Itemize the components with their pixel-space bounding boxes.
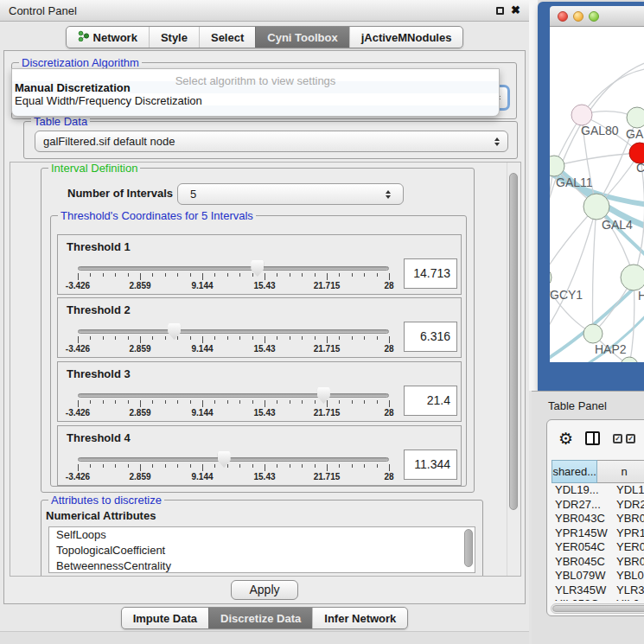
tab-style[interactable]: Style [149, 27, 199, 48]
apply-button[interactable]: Apply [231, 580, 298, 600]
column-header-shared-name[interactable]: shared... [552, 460, 597, 483]
slider-track[interactable] [78, 329, 389, 334]
checkbox-icon[interactable]: ✓ [626, 434, 635, 443]
tab-network[interactable]: Network [67, 27, 149, 48]
table-horizontal-scrollbar[interactable] [551, 603, 644, 614]
split-columns-icon[interactable] [585, 431, 600, 445]
network-icon [78, 30, 89, 44]
thresholds-group: Threshold's Coordinates for 5 Intervals … [50, 215, 467, 487]
tab-label: Select [211, 31, 244, 44]
tab-infer-network[interactable]: Infer Network [312, 608, 407, 628]
attributes-group: Attributes to discretize Numerical Attri… [41, 500, 483, 577]
float-window-icon[interactable] [496, 7, 504, 15]
close-traffic-light-icon[interactable] [558, 11, 568, 22]
table-header: shared... n [552, 460, 644, 483]
table-scrollbar-thumb[interactable] [552, 605, 644, 612]
viewport-scrollbar-thumb[interactable] [509, 173, 518, 510]
gear-icon[interactable]: ⚙ [558, 429, 573, 449]
network-node-h[interactable] [621, 265, 644, 290]
slider-track[interactable] [78, 457, 389, 462]
tab-impute-data[interactable]: Impute Data [122, 608, 208, 628]
numerical-attributes-list[interactable]: SelfLoopsTopologicalCoefficientBetweenne… [48, 526, 475, 573]
network-node[interactable] [621, 357, 638, 362]
threshold-value-field[interactable]: 21.4 [404, 386, 457, 416]
network-view-window: GAL80GACGAL11GAL4GCY1HHAP2 [538, 2, 644, 391]
cell-shared-name: YER054C [552, 540, 615, 555]
table-row[interactable]: YBR043CYBR0 [552, 512, 644, 526]
interval-definition-group: Interval Definition Number of Intervals … [41, 168, 475, 493]
cell-shared-name: YDL19... [552, 483, 615, 498]
cell-shared-name: YDR27... [552, 498, 615, 513]
cell-shared-name: YLR345W [552, 583, 615, 598]
tab-jactivemnodules[interactable]: jActiveMNodules [349, 27, 463, 48]
table-row[interactable]: YLR345WYLR3 [552, 583, 644, 598]
cell-shared-name: YBL079W [552, 569, 615, 583]
attribute-item-selfloops[interactable]: SelfLoops [49, 527, 475, 543]
threshold-value-field[interactable]: 6.316 [404, 322, 457, 352]
cell-name: YBR0 [615, 512, 644, 526]
control-panel-title: Control Panel [9, 4, 77, 17]
zoom-traffic-light-icon[interactable] [589, 11, 599, 22]
tab-cyni-toolbox[interactable]: Cyni Toolbox [255, 27, 348, 48]
network-node-hap2[interactable] [583, 324, 603, 343]
table-row[interactable]: YDR27...YDR2 [552, 498, 644, 513]
settings-scroll-viewport: Interval Definition Number of Intervals … [10, 162, 521, 577]
table-data-value: galFiltered.sif default node [43, 135, 175, 148]
group-title: Table Data [31, 115, 90, 128]
dropdown-prompt: Select algorithm to view settings [12, 69, 499, 81]
tab-label: Network [93, 31, 137, 44]
network-edge[interactable] [550, 277, 593, 334]
network-node-ga[interactable] [627, 107, 644, 128]
node-label-gal11: GAL11 [556, 175, 593, 189]
dropdown-option-equal-width-frequency-discretization[interactable]: Equal Width/Frequency Discretization [12, 94, 499, 107]
network-edge[interactable] [593, 207, 597, 334]
table-data-combobox[interactable]: galFiltered.sif default node [35, 131, 508, 152]
checkbox-icon[interactable]: ✓ [613, 434, 622, 443]
tab-select[interactable]: Select [199, 27, 255, 48]
group-title: Interval Definition [48, 162, 140, 175]
threshold-value-field[interactable]: 11.344 [404, 450, 457, 480]
cell-name: YIL0 [615, 597, 640, 601]
network-node-gcy1[interactable] [550, 267, 552, 288]
threshold-value-field[interactable]: 14.713 [404, 258, 457, 289]
network-edge[interactable] [554, 153, 640, 166]
table-row[interactable]: YER054CYER0 [552, 540, 644, 555]
network-node-gal4[interactable] [583, 194, 609, 220]
algorithm-dropdown-popup: Select algorithm to view settings Manual… [11, 68, 500, 117]
group-title: Threshold's Coordinates for 5 Intervals [58, 209, 256, 222]
slider-ticks [78, 273, 389, 281]
cell-shared-name: YPR145W [552, 526, 615, 541]
node-label-ga: GA [626, 127, 644, 141]
network-node-gal80[interactable] [571, 105, 592, 125]
table-row[interactable]: YDL19...YDL1 [552, 483, 644, 498]
network-window-titlebar [550, 6, 644, 27]
network-edge[interactable] [550, 207, 596, 338]
tab-discretize-data[interactable]: Discretize Data [208, 608, 312, 628]
threshold-panel-3: Threshold 3-3.4262.8599.14415.4321.71528… [57, 361, 462, 422]
list-scrollbar[interactable] [464, 529, 473, 567]
minimize-traffic-light-icon[interactable] [573, 11, 583, 22]
threshold-label: Threshold 3 [67, 367, 131, 380]
slider-track[interactable] [78, 266, 389, 271]
table-row[interactable]: YBR045CYBR0 [552, 555, 644, 570]
table-row[interactable]: YBL079WYBL0 [552, 569, 644, 583]
table-toolbar: ⚙ ✓ ✓ [547, 420, 644, 456]
viewport-scrollbar[interactable] [507, 163, 520, 576]
cell-name: YER0 [615, 540, 644, 555]
slider-track[interactable] [78, 393, 389, 398]
slider-ticks [78, 400, 389, 408]
cell-shared-name: YBR045C [552, 555, 615, 570]
split-pane-divider[interactable] [529, 0, 538, 391]
top-tab-bar: NetworkStyleSelectCyni ToolboxjActiveMNo… [0, 26, 529, 48]
close-icon[interactable]: ✖ [511, 6, 520, 15]
table-row[interactable]: YPR145WYPR1 [552, 526, 644, 541]
threshold-label: Threshold 4 [67, 431, 131, 444]
attribute-item-topologicalcoefficient[interactable]: TopologicalCoefficient [49, 543, 475, 558]
number-of-intervals-spinner[interactable]: 5 [177, 183, 404, 205]
network-canvas[interactable]: GAL80GACGAL11GAL4GCY1HHAP2 [550, 27, 644, 362]
attribute-item-betweennesscentrality[interactable]: BetweennessCentrality [49, 558, 475, 573]
table-row[interactable]: YIL052CYIL0 [552, 597, 644, 601]
column-header-name[interactable]: n [597, 460, 644, 483]
node-label-gcy1: GCY1 [550, 288, 583, 302]
slider-scale-labels: -3.4262.8599.14415.4321.71528 [78, 472, 389, 482]
